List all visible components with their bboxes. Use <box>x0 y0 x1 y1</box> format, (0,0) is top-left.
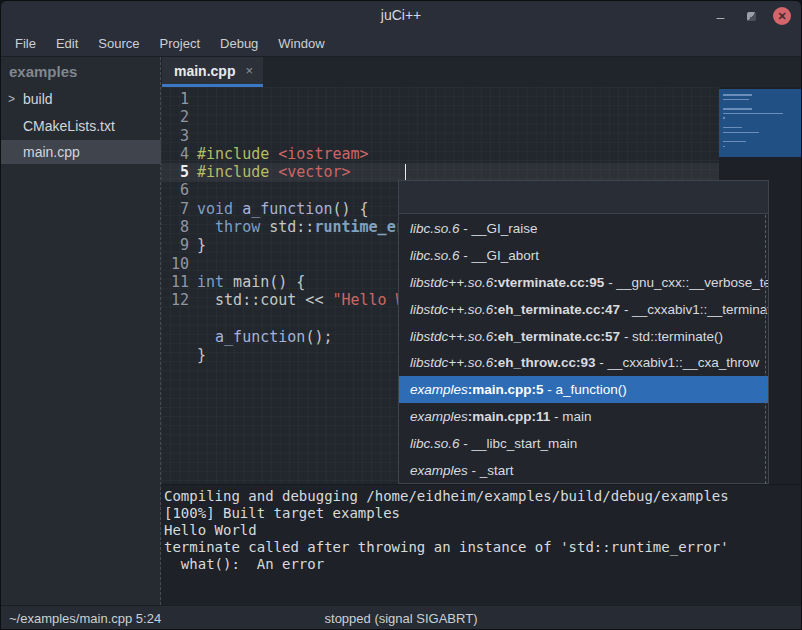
callstack-item[interactable]: libstdc++.so.6:eh_terminate.cc:47 - __cx… <box>399 296 768 323</box>
line-number[interactable]: 4 <box>161 145 189 163</box>
tab-bar: main.cpp × <box>161 57 802 87</box>
line-number[interactable]: 8 <box>161 218 189 236</box>
callstack-list: libc.so.6 - __GI_raiselibc.so.6 - __GI_a… <box>399 215 768 484</box>
stack-location: :eh_terminate.cc:57 <box>493 329 620 344</box>
code-segment: a_function <box>242 200 332 218</box>
tab-main-cpp[interactable]: main.cpp × <box>162 57 263 87</box>
status-debug-state: stopped (signal SIGABRT) <box>1 611 801 626</box>
callstack-scrollbar[interactable] <box>765 215 766 484</box>
stack-function: - std::terminate() <box>620 329 723 344</box>
line-number[interactable]: 1 <box>161 90 189 108</box>
tree-item-label: CMakeLists.txt <box>23 114 115 138</box>
file-tree-sidebar: examples >buildCMakeLists.txtmain.cpp <box>1 57 161 605</box>
stack-module: libc.so.6 <box>410 248 460 263</box>
callstack-item[interactable]: libc.so.6 - __libc_start_main <box>399 430 768 457</box>
code-segment: std:: <box>260 218 314 236</box>
minimap-code-line <box>723 146 725 148</box>
stack-function: - __cxxabiv1::__cxa_throw <box>596 355 760 370</box>
tree-item-main-cpp[interactable]: main.cpp <box>1 140 161 164</box>
menu-bar: FileEditSourceProjectDebugWindow <box>1 31 801 57</box>
stack-module: libstdc++.so.6 <box>410 302 493 317</box>
stack-module: examples <box>410 382 468 397</box>
code-line-1[interactable]: #include <iostream> <box>197 145 719 163</box>
stack-module: libstdc++.so.6 <box>410 355 493 370</box>
code-segment: <vector> <box>278 163 350 181</box>
callstack-item[interactable]: examples:main.cpp:5 - a_function() <box>399 376 768 403</box>
line-number[interactable]: 5 <box>161 163 189 181</box>
stack-module: examples <box>410 463 468 478</box>
chevron-right-icon: > <box>8 87 15 111</box>
code-segment: void <box>197 200 233 218</box>
menu-item-project[interactable]: Project <box>150 33 210 54</box>
stack-module: libc.so.6 <box>410 221 460 236</box>
menu-item-edit[interactable]: Edit <box>46 33 88 54</box>
restore-button[interactable] <box>743 8 760 25</box>
app-window: juCi++ – ✕ FileEditSourceProjectDebugWin… <box>0 0 802 630</box>
line-number[interactable]: 11 <box>161 273 189 291</box>
menu-item-window[interactable]: Window <box>268 33 334 54</box>
line-number-gutter[interactable]: 123456789101112 <box>161 90 197 310</box>
line-number[interactable]: 3 <box>161 127 189 145</box>
minimap-code-line <box>723 127 742 129</box>
callstack-item[interactable]: libstdc++.so.6:eh_terminate.cc:57 - std:… <box>399 323 768 350</box>
close-button[interactable]: ✕ <box>773 7 791 25</box>
tree-item-label: build <box>23 87 53 111</box>
minimap-code-line <box>723 141 746 143</box>
stack-function: - __GI_abort <box>460 248 540 263</box>
stack-location: :main.cpp:11 <box>468 409 551 424</box>
callstack-popup-header <box>399 181 768 214</box>
line-number[interactable]: 7 <box>161 200 189 218</box>
minimap-viewport[interactable] <box>719 89 801 157</box>
callstack-item[interactable]: libc.so.6 - __GI_abort <box>399 242 768 269</box>
callstack-item[interactable]: libc.so.6 - __GI_raise <box>399 215 768 242</box>
stack-function: - __libc_start_main <box>460 436 578 451</box>
menu-item-file[interactable]: File <box>5 33 46 54</box>
project-name: examples <box>9 63 77 80</box>
minimap-code-line <box>723 132 759 134</box>
terminal-output[interactable]: Compiling and debugging /home/eidheim/ex… <box>161 484 802 605</box>
tree-item-build[interactable]: >build <box>1 87 161 111</box>
stack-location: :eh_throw.cc:93 <box>493 355 595 370</box>
minimize-button[interactable]: – <box>712 8 729 25</box>
callstack-item[interactable]: libstdc++.so.6:vterminate.cc:95 - __gnu_… <box>399 269 768 296</box>
code-segment: #include <box>197 163 278 181</box>
code-line-2[interactable]: #include <vector> <box>197 163 719 181</box>
stack-module: libc.so.6 <box>410 436 460 451</box>
line-number[interactable]: 12 <box>161 291 189 309</box>
menu-item-debug[interactable]: Debug <box>210 33 268 54</box>
line-number[interactable]: 9 <box>161 236 189 254</box>
stack-module: libstdc++.so.6 <box>410 329 493 344</box>
code-segment: a_function <box>215 328 305 346</box>
code-segment: } <box>197 236 206 254</box>
menu-item-source[interactable]: Source <box>88 33 149 54</box>
line-number[interactable]: 2 <box>161 108 189 126</box>
tab-close-icon[interactable]: × <box>245 63 253 78</box>
code-segment: #include <box>197 145 278 163</box>
code-segment <box>197 328 215 346</box>
callstack-item[interactable]: examples - _start <box>399 457 768 484</box>
code-segment: } <box>197 346 206 364</box>
terminal-line: terminate called after throwing an insta… <box>164 539 802 556</box>
code-segment: std::cout << <box>197 291 332 309</box>
title-bar: juCi++ – ✕ <box>1 1 801 31</box>
terminal-line: [100%] Built target examples <box>164 505 802 522</box>
tree-item-cmakelists-txt[interactable]: CMakeLists.txt <box>1 114 161 138</box>
stack-location: :eh_terminate.cc:47 <box>493 302 620 317</box>
code-segment: main() { <box>224 273 305 291</box>
minimap-code-line <box>723 117 725 119</box>
code-segment: () { <box>332 200 368 218</box>
window-title: juCi++ <box>1 7 801 23</box>
terminal-line: Hello World <box>164 522 802 539</box>
callstack-item[interactable]: examples:main.cpp:11 - main <box>399 403 768 430</box>
code-segment: throw <box>215 218 260 236</box>
line-number[interactable]: 6 <box>161 181 189 199</box>
minimap-code-line <box>723 108 752 110</box>
stack-function: - __cxxabiv1::__terminate(void (*)()) <box>620 302 768 317</box>
terminal-line: what(): An error <box>164 556 802 573</box>
stack-function: - __gnu_cxx::__verbose_terminate_handler… <box>604 275 768 290</box>
callstack-item[interactable]: libstdc++.so.6:eh_throw.cc:93 - __cxxabi… <box>399 349 768 376</box>
line-number[interactable]: 10 <box>161 255 189 273</box>
stack-module: examples <box>410 409 468 424</box>
code-segment: int <box>197 273 224 291</box>
terminal-line: Compiling and debugging /home/eidheim/ex… <box>164 488 802 505</box>
